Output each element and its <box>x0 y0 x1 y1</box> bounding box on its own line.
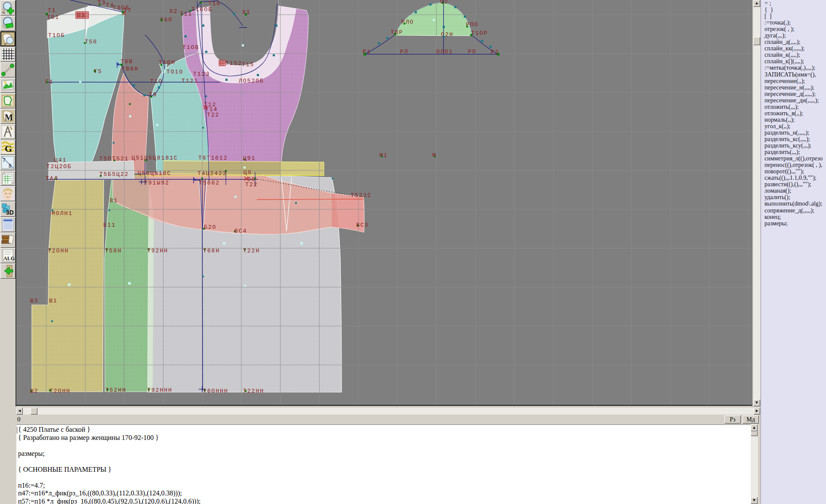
svg-text:ALG: ALG <box>3 255 15 261</box>
svg-text:Т58Н: Т58Н <box>105 248 122 254</box>
svg-text:М: М <box>432 152 437 159</box>
svg-text:Б2О: Б2О <box>204 224 216 230</box>
svg-text:Т52НН: Т52НН <box>105 387 126 393</box>
svg-text:Р1: Р1 <box>363 49 371 55</box>
svg-text:Т1О: Т1О <box>150 78 163 85</box>
svg-text:ВС4: ВС4 <box>234 228 247 234</box>
svg-text:Т1: Т1 <box>48 7 56 14</box>
svg-text:ОЛО1: ОЛО1 <box>436 49 453 55</box>
svg-text:Т16ОБ: Т16ОБ <box>191 6 213 13</box>
svg-text:ЛО52ОБ: ЛО52ОБ <box>238 78 264 84</box>
svg-text:Т6ОННН: Т6ОННН <box>203 388 228 394</box>
svg-text:Т22: Т22 <box>245 181 258 188</box>
svg-text:Т2Ц2ОБ: Т2Ц2ОБ <box>46 163 72 170</box>
svg-text:РПО: РПО <box>466 22 478 28</box>
svg-text:Р2: Р2 <box>491 49 499 55</box>
svg-text:РЛО: РЛО <box>401 19 414 25</box>
svg-text:В1: В1 <box>110 197 118 204</box>
svg-text:ТО1О: ТО1О <box>166 69 183 75</box>
svg-text:Т50: Т50 <box>85 39 97 45</box>
svg-text:Т11: Т11 <box>180 11 192 17</box>
svg-text:Т5662: Т5662 <box>199 180 220 186</box>
svg-text:Т8В: Т8В <box>120 58 133 65</box>
svg-text:Ц91: Ц91 <box>243 155 256 162</box>
svg-text:Ш3: Ш3 <box>30 298 39 304</box>
svg-text:Ш2: Ш2 <box>30 388 39 394</box>
svg-text:Т152: Т152 <box>225 60 242 67</box>
svg-text:ВЗ: ВЗ <box>77 13 85 19</box>
svg-text:Т2ОНН: Т2ОНН <box>48 248 69 254</box>
svg-text:МОЛН1: МОЛН1 <box>52 210 73 217</box>
svg-text:7: 7 <box>3 157 6 163</box>
svg-text:Т1ОБ: Т1ОБ <box>48 32 65 39</box>
svg-text:О2: О2 <box>440 0 449 5</box>
svg-text:Т9: Т9 <box>149 92 157 98</box>
svg-text:ТВ8Н: ТВ8Н <box>122 66 139 72</box>
svg-text:Т92НН: Т92НН <box>147 248 168 254</box>
svg-text:Т16: Т16 <box>208 0 221 7</box>
svg-text:Т7: Т7 <box>123 7 132 14</box>
svg-text:ТАЛ: ТАЛ <box>46 175 58 182</box>
svg-text:Ц41: Ц41 <box>54 157 67 163</box>
svg-text:ВС3: ВС3 <box>356 222 369 228</box>
svg-text:О2Н: О2Н <box>441 31 453 38</box>
svg-text:Т1ОВ: Т1ОВ <box>182 44 199 51</box>
svg-text:Т1ОН: Т1ОН <box>159 59 176 66</box>
svg-text:Т5Б5Ц22: Т5Б5Ц22 <box>99 171 129 178</box>
svg-text:Т121: Т121 <box>182 78 198 84</box>
svg-text:Т6Т1612: Т6Т1612 <box>198 155 228 161</box>
svg-text:М1: М1 <box>379 152 388 159</box>
svg-text:ТО1: ТО1 <box>47 14 59 21</box>
svg-text:Т8Р: Т8Р <box>391 29 403 36</box>
svg-text:Б11: Б11 <box>103 222 116 228</box>
svg-text:Т68Н: Т68Н <box>203 248 220 254</box>
svg-text:Т91Ы92: Т91Ы92 <box>144 180 170 186</box>
svg-text:Т5: Т5 <box>94 68 102 75</box>
svg-text:РП: РП <box>468 49 477 55</box>
svg-text:Т3: Т3 <box>98 0 106 6</box>
svg-text:Т4Ц2422: Т4Ц2422 <box>197 170 227 177</box>
svg-text:8: 8 <box>9 163 12 169</box>
svg-text:Т2ОНН: Т2ОНН <box>49 388 71 394</box>
svg-text:Т522С: Т522С <box>351 192 372 199</box>
svg-text:Ш1: Ш1 <box>49 298 58 304</box>
svg-text:G: G <box>5 143 12 154</box>
svg-text:3D: 3D <box>6 209 14 216</box>
svg-text:Х1: Х1 <box>242 9 251 15</box>
svg-text:Ц9: Ц9 <box>243 169 252 176</box>
svg-text:Т5ПТ521: Т5ПТ521 <box>99 156 129 162</box>
svg-text:Х2: Х2 <box>170 8 178 15</box>
svg-text:M: M <box>5 113 13 122</box>
svg-text:Т6П: Т6П <box>160 17 173 23</box>
svg-text:Т22НН: Т22НН <box>243 388 264 394</box>
svg-text:Т123: Т123 <box>193 71 210 77</box>
svg-text:Т15: Т15 <box>242 61 254 68</box>
svg-text:Г1: Г1 <box>45 79 54 85</box>
svg-text:Т22Н: Т22Н <box>243 248 260 254</box>
svg-text:Т1ОР: Т1ОР <box>471 30 488 37</box>
svg-text:Ц51Ц5Ц8181С: Ц51Ц5Ц8181С <box>132 155 178 161</box>
svg-text:Т22: Т22 <box>207 112 219 118</box>
svg-text:Т92ННН: Т92ННН <box>147 387 173 393</box>
svg-text:Ц56Ц818С: Ц56Ц818С <box>138 170 171 177</box>
svg-text:РЛ: РЛ <box>400 49 409 55</box>
